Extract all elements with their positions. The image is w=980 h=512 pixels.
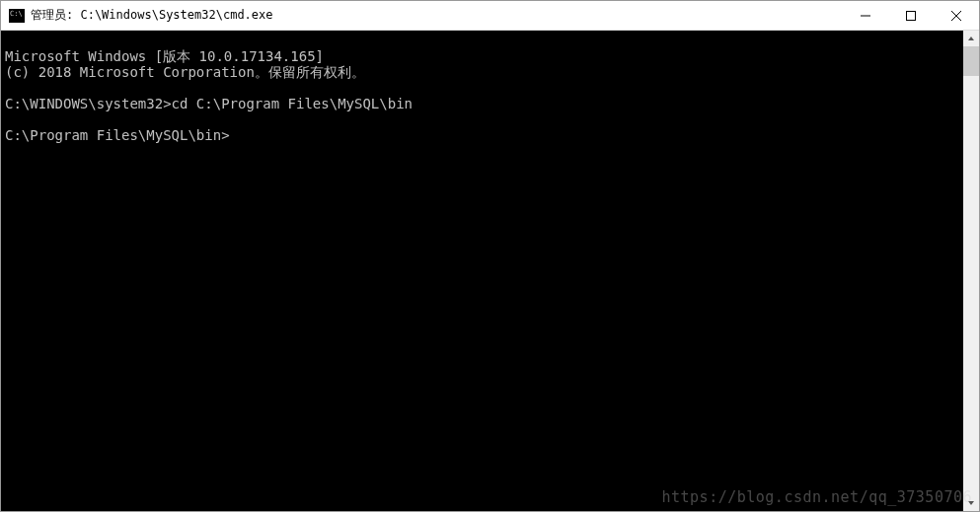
window-controls: [843, 1, 979, 31]
cmd-icon: [9, 9, 25, 23]
terminal-line: C:\Program Files\MySQL\bin>: [5, 127, 230, 143]
scroll-up-button[interactable]: [963, 31, 979, 46]
titlebar[interactable]: 管理员: C:\Windows\System32\cmd.exe: [1, 1, 979, 31]
minimize-button[interactable]: [843, 1, 888, 31]
maximize-button[interactable]: [888, 1, 934, 31]
cmd-window: 管理员: C:\Windows\System32\cmd.exe Microso…: [0, 0, 980, 512]
terminal-line: C:\WINDOWS\system32>cd C:\Program Files\…: [5, 96, 413, 111]
close-button[interactable]: [934, 1, 979, 31]
terminal-line: Microsoft Windows [版本 10.0.17134.165]: [5, 48, 324, 64]
scrollbar-track[interactable]: [963, 46, 979, 495]
scroll-down-button[interactable]: [963, 495, 979, 511]
vertical-scrollbar[interactable]: [963, 31, 979, 511]
terminal-line: (c) 2018 Microsoft Corporation。保留所有权利。: [5, 64, 365, 80]
scrollbar-thumb[interactable]: [963, 46, 979, 76]
svg-rect-1: [907, 11, 916, 20]
window-title: 管理员: C:\Windows\System32\cmd.exe: [31, 7, 843, 24]
terminal-area: Microsoft Windows [版本 10.0.17134.165] (c…: [1, 31, 979, 511]
terminal-content[interactable]: Microsoft Windows [版本 10.0.17134.165] (c…: [1, 31, 963, 511]
